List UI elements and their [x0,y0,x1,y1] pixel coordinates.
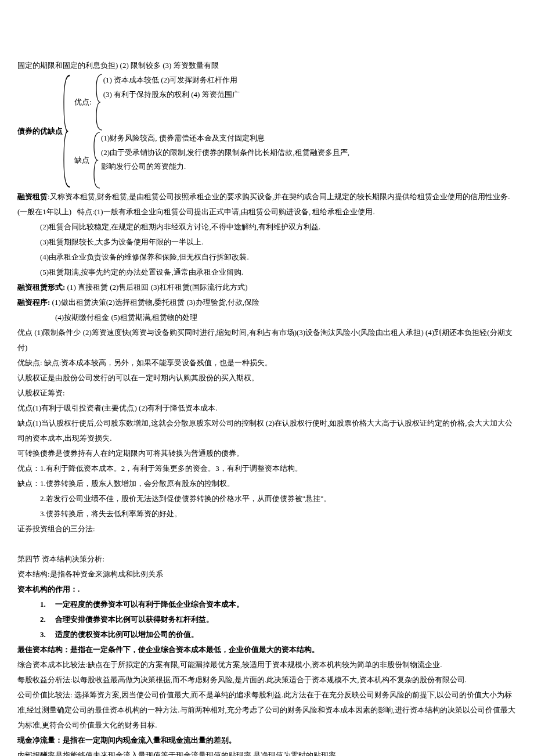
conv-dis-2: 2.若发行公司业绩不佳，股价无法达到促使债券转换的价格水平，从而使债券被"悬挂"… [17,491,517,506]
section-4-title: 第四节 资本结构决策分析: [17,552,517,567]
bond-dis-1: (1)财务风险较高, 债券需偿还本金及支付固定利息 [101,131,517,146]
blank [17,537,517,552]
lease-dis: 优缺点: 缺点:资本成本较高，另外，如果不能享受设备残值，也是一种损失。 [17,355,517,370]
conv-adv: 优点：1.有利于降低资本成本。2，有利于筹集更多的资金。3，有利于调整资本结构。 [17,461,517,476]
cap-role-2: 2.合理安排债券资本比例可以获得财务杠杆利益。 [40,612,517,627]
warrant-def: 认股权证是由股份公司发行的可以在一定时期内认购其股份的买入期权。 [17,370,517,386]
cap-role-label: 资本机构的作用：. [17,582,517,597]
bond-dis-2: (2)由于受承销协议的限制,发行债券的限制条件比长期借款,租赁融资多且严, [101,146,517,160]
net-cash-flow: 现金净流量：是指在一定期间内现金流入量和现金流出量的差别。 [17,733,517,748]
warrant-dis: 缺点(1)当认股权行使后,公司股东数增加,这就会分散原股东对公司的控制权 (2)… [17,416,517,446]
lease-form-lbl: 融资租赁形式: [17,283,65,291]
bond-adv-label: 优点: [71,73,95,131]
cap-struct-def: 资本结构:是指各种资金来源构成和比例关系 [17,567,517,582]
warrant-fin: 认股权证筹资: [17,386,517,401]
method-3: 公司价值比较法: 选择筹资方案,因当使公司价值最大,而不是单纯的追求每股利益.此… [17,687,517,733]
conv-dis-1: 缺点：1.债券转换后，股东人数增加，会分散原有股东的控制权。 [17,476,517,491]
lease-point-3: (3)租赁期限较长,大多为设备使用年限的一半以上. [17,235,517,250]
lease-point-5: (5)租赁期满,按事先约定的办法处置设备,通常由承租企业留购. [17,265,517,280]
cap-role-1-text: 一定程度的债券资本可以有利于降低企业综合资本成本。 [55,600,244,609]
bond-label: 债券的优缺点 [17,73,63,189]
cap-role-3-text: 适度的债权资本比例可以增加公司的价值。 [55,630,199,639]
bond-adv-1: (1) 资本成本较低 (2)可发挥财务杠杆作用 [103,73,517,88]
lease-form-text: (1) 直接租赁 (2)售后租回 (3)杠杆租赁(国际流行此方式) [65,283,247,291]
bond-dis-label: 缺点 [71,131,93,189]
lease-proc-2: (4)按期缴付租金 (5)租赁期满,租赁物的处理 [17,310,517,325]
cap-role-2-text: 合理安排债券资本比例可以获得财务杠杆利益。 [55,615,214,624]
bond-adv-2: (3) 有利于保持股东的权利 (4) 筹资范围广 [103,88,517,102]
cap-role-3: 3.适度的债权资本比例可以增加公司的价值。 [40,627,517,642]
method-2: 每股收益分析法:以每股收益最高做为决策根据,而不考虑财务风险,是片面的.此决策适… [17,672,517,687]
brace-dis [93,131,101,189]
line-fixed-term: 固定的期限和固定的利息负担) (2) 限制较多 (3) 筹资数量有限 [17,58,517,73]
bond-dis-3: 影响发行公司的筹资能力. [101,160,517,174]
lease-point-4: (4)由承租企业负责设备的维修保养和保险,但无权自行拆卸改装. [17,250,517,265]
brace-adv [95,73,103,131]
brace-outer [63,73,71,189]
num-1: 1. [40,597,55,612]
num-3: 3. [40,627,55,642]
lease-label: 融资租赁 [17,192,48,201]
bond-pros-cons: 债券的优缺点 优点: (1) 资本成本较低 (2)可发挥财务杠杆作用 (3) 有… [17,73,517,189]
lease-definition: 融资租赁:又称资本租赁,财务租赁,是由租赁公司按照承租企业的要求购买设备,并在契… [17,189,517,219]
lease-def-text: :又称资本租赁,财务租赁,是由租赁公司按照承租企业的要求购买设备,并在契约或合同… [17,192,510,216]
conv-dis-3: 3.债券转换后，将失去低利率筹资的好处。 [17,506,517,521]
lease-proc-lbl: 融资程序: [17,298,50,307]
method-1: 综合资本成本比较法:缺点在于所拟定的方案有限,可能漏掉最优方案,较适用于资本规模… [17,657,517,672]
lease-proc-1: 融资程序: (1)做出租赁决策(2)选择租赁物,委托租赁 (3)办理验货,付款,… [17,295,517,310]
num-2: 2. [40,612,55,627]
conv-def: 可转换债券是债券持有人在约定期限内可将其转换为普通股的债券。 [17,446,517,461]
irr-def: 内部报酬率是指能够使未来现金流入量现值等于现金流量现值的贴现率,是净现值为零时的… [17,748,517,756]
lease-adv: 优点 (1)限制条件少 (2)筹资速度快(筹资与设备购买同时进行,缩短时间,有利… [17,325,517,355]
portfolio-method: 证券投资组合的三分法: [17,521,517,537]
best-cap-struct: 最佳资本结构：是指在一定条件下，使企业综合资本成本最低，企业价值最大的资本结构。 [17,642,517,657]
lease-point-2: (2)租赁合同比较稳定,在规定的租期内非经双方讨论,不得中途解约,有利维护双方利… [17,219,517,235]
cap-role-1: 1.一定程度的债券资本可以有利于降低企业综合资本成本。 [40,597,517,612]
lease-form: 融资租赁形式: (1) 直接租赁 (2)售后租回 (3)杠杆租赁(国际流行此方式… [17,280,517,295]
lease-proc-text1: (1)做出租赁决策(2)选择租赁物,委托租赁 (3)办理验货,付款,保险 [50,298,259,307]
warrant-adv: 优点(1)有利于吸引投资者(主要优点) (2)有利于降低资本成本. [17,401,517,416]
